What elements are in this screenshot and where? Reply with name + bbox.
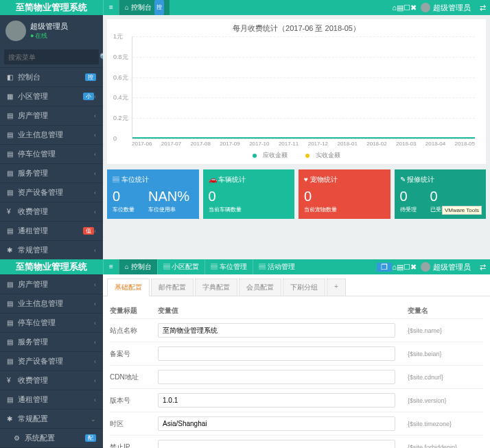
nav-icon: ⚙	[14, 434, 25, 442]
chart-area: 1元0.8元0.6元0.4元0.2元0	[132, 36, 475, 139]
sidebar-item[interactable]: ▤ 房产管理 ‹	[0, 274, 103, 294]
nav-label: 常规配置	[18, 414, 91, 424]
chevron-icon: ‹	[94, 228, 96, 235]
topnav-item[interactable]: ▤ 小区配置	[157, 259, 205, 274]
nav-icon: ▤	[211, 263, 218, 270]
tab-dashboard[interactable]: ⌂ 控制台 控	[119, 0, 170, 15]
sidebar-item[interactable]: ▤ 停车位管理 ‹	[0, 313, 103, 332]
sidebar-item[interactable]: ▤ 通租管理 ‹	[0, 390, 103, 409]
config-tab[interactable]: 邮件配置	[151, 279, 194, 296]
sidebar-item[interactable]: ◧ 控制台 控	[0, 67, 103, 86]
config-form: 变量标题 变量值 变量名 站点名称 {$site.name} 备案号 {$sit…	[103, 296, 490, 448]
config-tab[interactable]: 基础配置	[107, 279, 150, 296]
share-button[interactable]: ⇄	[475, 263, 490, 272]
sidebar-item[interactable]: ✱ 常规配置 ⌄	[0, 409, 103, 428]
sidebar-user: 超级管理员 在线	[0, 15, 103, 47]
field-input[interactable]	[158, 416, 395, 431]
chart-legend: 应收金额 实收金额	[111, 151, 482, 160]
menu-icon: ≡	[109, 3, 113, 11]
add-tab-button[interactable]: +	[327, 279, 346, 296]
nav-icon: ▤	[7, 357, 18, 365]
sidebar-item[interactable]: ¥ 收费管理 ‹	[0, 370, 103, 390]
topbar-icon[interactable]: ✖	[410, 3, 417, 12]
topnav-item[interactable]: ▤ 车位管理	[205, 259, 253, 274]
stat-card[interactable]: 🚗 车辆统计 0当前车辆数量	[203, 169, 295, 219]
stat-card[interactable]: ▤ 车位统计 0车位数量NAN%车位使用率	[107, 169, 199, 219]
field-input[interactable]	[158, 370, 395, 384]
sidebar-item[interactable]: ▤ 服务管理 ‹	[0, 163, 103, 182]
legend-dot-icon	[253, 154, 257, 158]
sidebar-item[interactable]: ▤ 通租管理 值‹	[0, 221, 103, 240]
field-input[interactable]	[158, 346, 395, 361]
topbar-icon[interactable]: ✖	[410, 263, 417, 271]
stat-label: 车位数量	[113, 206, 135, 213]
field-input[interactable]	[158, 440, 395, 448]
topbar-icon[interactable]: ⌂	[392, 263, 397, 271]
stat-card[interactable]: ✎ 报修统计 0待受理0已受理VMware Tools	[395, 169, 487, 219]
field-label: 版本号	[110, 396, 158, 405]
menu-toggle[interactable]: ≡	[103, 0, 119, 15]
field-label: 备案号	[110, 349, 158, 359]
sidebar-user-status: 在线	[30, 32, 68, 40]
stat-label: 当前车辆数量	[209, 206, 242, 213]
sidebar-item[interactable]: ¥ 收费管理 ‹	[0, 202, 103, 221]
stats-row: ▤ 车位统计 0车位数量NAN%车位使用率 🚗 车辆统计 0当前车辆数量 ♥ 宠…	[107, 169, 486, 219]
sidebar-item[interactable]: ▤ 业主信息管理 ‹	[0, 294, 103, 313]
sidebar-item[interactable]: ▤ 资产设备管理 ‹	[0, 351, 103, 370]
chevron-icon: ‹	[94, 339, 96, 346]
nav-label: 收费管理	[18, 375, 94, 386]
stat-title: ♥ 宠物统计	[304, 175, 385, 185]
topbar-icon[interactable]: ▤	[397, 263, 404, 271]
topbar-icon[interactable]: ⌂	[392, 3, 397, 12]
nav-label: 业主信息管理	[18, 298, 94, 309]
sidebar-item[interactable]: ▤ 业主信息管理 ‹	[0, 125, 103, 144]
legend-item[interactable]: 实收金额	[301, 152, 345, 158]
col-label: 变量标题	[110, 306, 158, 316]
user-menu[interactable]: 超级管理员	[417, 3, 475, 13]
sidebar-item[interactable]: ▤ 房产管理 ‹	[0, 106, 103, 125]
y-tick: 0.6元	[113, 73, 128, 82]
chevron-icon: ‹	[94, 358, 96, 365]
sidebar-item[interactable]: ▤ 资产设备管理 ‹	[0, 182, 103, 202]
col-name: 变量名	[408, 306, 483, 316]
stat-label: 当前宠物数量	[304, 206, 337, 213]
nav-badge: 小	[83, 93, 94, 100]
tabs: 基础配置邮件配置字典配置会员配置下刷分组+	[103, 274, 490, 296]
topnav-item[interactable]: ▤ 活动管理	[253, 259, 301, 274]
sidebar-item[interactable]: ▤ 停车位管理 ‹	[0, 144, 103, 163]
form-row: 站点名称 {$site.name}	[110, 318, 483, 342]
sidebar-item[interactable]: ⚙ 系统配置 配	[0, 428, 103, 447]
grid-button[interactable]: ❐	[377, 263, 392, 272]
vmware-tooltip: VMware Tools	[442, 206, 482, 215]
sidebar-item[interactable]: ✱ 常规管理 ‹	[0, 240, 103, 259]
topbar-icon[interactable]: ☐	[404, 3, 410, 12]
config-tab[interactable]: 会员配置	[239, 279, 281, 296]
field-label: 时区	[110, 419, 158, 429]
nav-icon: ▤	[259, 263, 266, 270]
topbar-1: 至简物业管理系统 ≡ ⌂ 控制台 控 ⌂▤☐✖ 超级管理员 ⇄	[0, 0, 490, 15]
field-input[interactable]	[158, 393, 395, 408]
sidebar-item[interactable]: ▦ 小区管理 小‹	[0, 86, 103, 106]
nav-badge: 控	[85, 73, 96, 81]
legend-item[interactable]: 应收金额	[248, 152, 292, 158]
share-button[interactable]: ⇄	[475, 3, 490, 12]
nav-icon: ¥	[7, 377, 18, 384]
config-tab[interactable]: 字典配置	[195, 279, 237, 296]
sidebar-item[interactable]: ▤ 服务管理 ‹	[0, 332, 103, 351]
topbar-icon[interactable]: ▤	[397, 3, 404, 12]
topnav-item[interactable]: ⌂ 控制台	[119, 259, 157, 274]
chevron-icon: ‹	[94, 151, 96, 158]
field-input[interactable]	[158, 323, 395, 338]
x-tick: 2018-03	[396, 141, 416, 147]
search-input[interactable]	[4, 49, 100, 64]
stat-card[interactable]: ♥ 宠物统计 0当前宠物数量	[299, 169, 390, 219]
menu-toggle[interactable]: ≡	[103, 259, 119, 274]
topbar-icon[interactable]: ☐	[404, 263, 410, 271]
user-menu[interactable]: 超级管理员	[417, 262, 475, 272]
stat-title: 🚗 车辆统计	[209, 175, 290, 185]
nav-icon: ✱	[7, 415, 18, 423]
nav-label: 资产设备管理	[18, 356, 94, 366]
stat-icon: ✎	[400, 176, 406, 183]
config-tab[interactable]: 下刷分组	[283, 279, 325, 296]
nav-label: 资产设备管理	[18, 187, 94, 198]
